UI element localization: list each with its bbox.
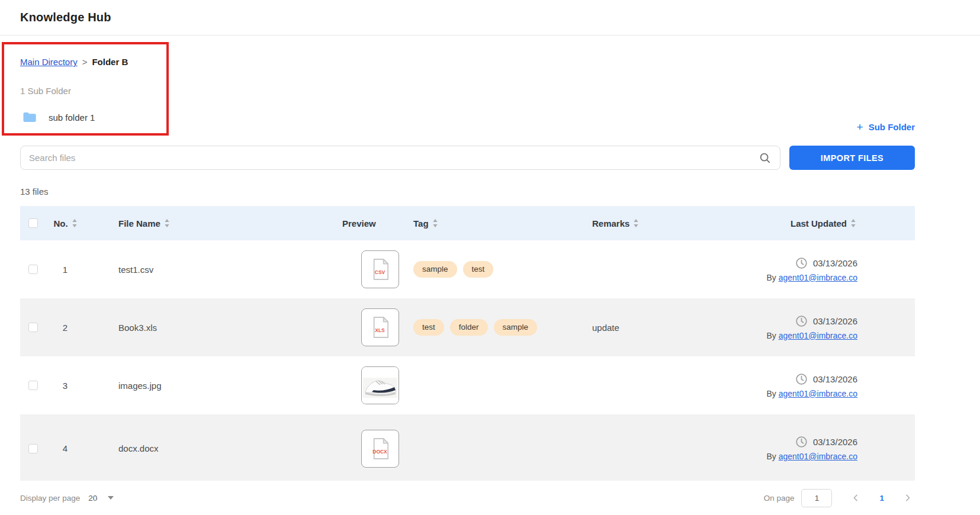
tag-pill: sample [413, 261, 457, 278]
remarks-text: update [586, 323, 746, 333]
row-checkbox[interactable] [28, 323, 38, 332]
table-row: 1 test1.csv CSV sampletest [20, 240, 915, 298]
page-number-input[interactable] [801, 489, 832, 507]
on-page-label: On page [764, 494, 795, 503]
sort-icon[interactable] [851, 219, 856, 227]
folder-icon [23, 111, 37, 123]
header-preview: Preview [291, 218, 409, 228]
svg-text:XLS: XLS [375, 327, 385, 333]
table-body: 1 test1.csv CSV sampletest [20, 240, 915, 482]
subfolder-count-label: 1 Sub Folder [20, 86, 915, 96]
import-files-button[interactable]: IMPORT FILES [789, 146, 915, 170]
file-name: images.jpg [84, 381, 291, 391]
table-row: 3 images.jpg [20, 356, 915, 414]
header-no[interactable]: No. [46, 218, 84, 228]
last-updated-date: 03/13/2026 [813, 258, 857, 268]
last-updated-date: 03/13/2026 [813, 374, 857, 384]
subfolder-name: sub folder 1 [49, 112, 95, 123]
table-header-row: No. File Name Preview Tag Remarks Last U… [20, 206, 915, 240]
search-box [20, 146, 780, 170]
svg-text:DOCX: DOCX [372, 449, 387, 455]
row-number: 2 [46, 323, 84, 333]
sort-icon[interactable] [165, 219, 169, 227]
file-name: test1.csv [84, 265, 291, 275]
tag-pill: sample [494, 319, 538, 336]
breadcrumb: Main Directory > Folder B [20, 36, 915, 67]
clock-icon [795, 315, 808, 327]
row-checkbox[interactable] [28, 444, 38, 453]
tag-pill: test [413, 319, 444, 336]
header-last-updated[interactable]: Last Updated [746, 218, 915, 228]
select-all-cell [20, 218, 46, 228]
updated-by-prefix: By [766, 389, 776, 398]
breadcrumb-main-directory-link[interactable]: Main Directory [20, 57, 78, 67]
per-page-value: 20 [88, 494, 97, 503]
add-subfolder-button[interactable]: + Sub Folder [857, 121, 915, 133]
preview-card[interactable]: XLS [361, 308, 399, 346]
tag-list: sampletest [413, 261, 493, 278]
toolbar: IMPORT FILES [20, 146, 915, 170]
file-name: Book3.xls [84, 323, 291, 333]
page-title: Knowledge Hub [20, 11, 111, 24]
sort-icon[interactable] [433, 219, 438, 227]
files-summary: 13 files [20, 186, 980, 197]
pager: On page 1 [764, 489, 915, 507]
footer-pagination-bar: Display per page 20 On page 1 [0, 481, 980, 515]
select-all-checkbox[interactable] [28, 218, 38, 228]
row-number: 3 [46, 381, 84, 391]
header-tag[interactable]: Tag [409, 218, 586, 228]
current-page-number[interactable]: 1 [879, 494, 884, 503]
clock-icon [795, 373, 808, 385]
header-file-name[interactable]: File Name [84, 218, 291, 228]
tag-list: testfoldersample [413, 319, 537, 336]
clock-icon [795, 257, 808, 269]
row-number: 4 [46, 443, 84, 453]
document-file-icon: CSV [371, 258, 390, 281]
row-checkbox[interactable] [28, 381, 38, 390]
clock-icon [795, 436, 808, 448]
document-file-icon: XLS [371, 316, 390, 339]
sneaker-image-preview [362, 367, 399, 404]
last-updated-date: 03/13/2026 [813, 437, 857, 447]
row-checkbox[interactable] [28, 265, 38, 274]
preview-card[interactable]: DOCX [361, 430, 399, 468]
breadcrumb-separator: > [82, 57, 88, 67]
plus-icon: + [857, 121, 863, 133]
knowledge-hub-page: Knowledge Hub Main Directory > Folder B … [0, 0, 980, 515]
svg-text:CSV: CSV [375, 269, 385, 275]
sort-icon[interactable] [72, 219, 77, 227]
table-row: 4 docx.docx DOCX [20, 414, 915, 482]
breadcrumb-current-folder: Folder B [92, 57, 128, 67]
files-table: No. File Name Preview Tag Remarks Last U… [20, 206, 915, 482]
tag-pill: test [463, 261, 494, 278]
table-row: 2 Book3.xls XLS testfoldersample update [20, 298, 915, 356]
document-file-icon: DOCX [371, 437, 390, 460]
add-subfolder-label: Sub Folder [869, 122, 915, 132]
last-updated-date: 03/13/2026 [813, 316, 857, 326]
subfolder-item[interactable]: sub folder 1 [23, 111, 95, 123]
sort-icon[interactable] [634, 219, 638, 227]
search-input[interactable] [29, 153, 759, 163]
tag-pill: folder [450, 319, 488, 336]
updated-by-email-link[interactable]: agent01@imbrace.co [779, 331, 857, 340]
directory-section: Main Directory > Folder B 1 Sub Folder s… [20, 36, 915, 123]
row-number: 1 [46, 265, 84, 275]
updated-by-email-link[interactable]: agent01@imbrace.co [779, 273, 857, 282]
updated-by-prefix: By [766, 273, 776, 282]
header-remarks[interactable]: Remarks [586, 218, 746, 228]
previous-page-button[interactable] [849, 491, 863, 505]
updated-by-email-link[interactable]: agent01@imbrace.co [779, 452, 857, 461]
per-page-label: Display per page [20, 494, 80, 503]
preview-card[interactable] [361, 366, 399, 404]
updated-by-prefix: By [766, 452, 776, 461]
file-name: docx.docx [84, 443, 291, 453]
per-page-dropdown[interactable] [108, 496, 114, 500]
search-icon[interactable] [759, 152, 772, 165]
per-page-control: Display per page 20 [20, 494, 114, 503]
updated-by-email-link[interactable]: agent01@imbrace.co [779, 389, 857, 398]
next-page-button[interactable] [901, 491, 915, 505]
app-header: Knowledge Hub [0, 0, 980, 36]
updated-by-prefix: By [766, 331, 776, 340]
preview-card[interactable]: CSV [361, 250, 399, 288]
